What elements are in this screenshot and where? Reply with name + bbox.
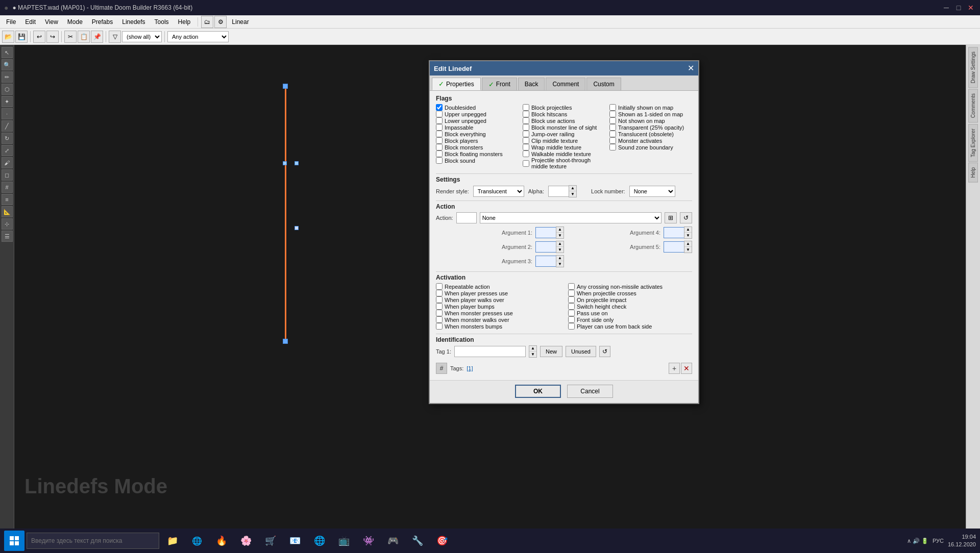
flag-proj-through-cb[interactable] [523, 160, 529, 167]
menu-view[interactable]: View [41, 17, 62, 27]
tab-custom[interactable]: Custom [586, 78, 621, 90]
flag-upper-unpegged-cb[interactable] [436, 111, 443, 117]
close-button[interactable]: ✕ [966, 3, 976, 13]
flag-block-floating-cb[interactable] [436, 150, 443, 157]
tag-target-button[interactable]: ↺ [599, 346, 610, 357]
act-pass-use-cb[interactable] [568, 310, 575, 316]
tag-remove-button[interactable]: ✕ [681, 363, 692, 374]
action-num-input[interactable]: 0 [456, 212, 477, 223]
tool-thing[interactable]: ✦ [2, 96, 13, 107]
flag-monster-activates-cb[interactable] [609, 137, 616, 144]
act-monsters-bump-cb[interactable] [436, 323, 443, 330]
tool-paint[interactable]: 🖌 [2, 157, 13, 168]
tool-extra[interactable]: ☰ [2, 231, 13, 242]
tool-cursor[interactable]: ↖ [2, 47, 13, 58]
arg5-up[interactable]: ▲ [684, 241, 692, 247]
tab-comment[interactable]: Comment [546, 78, 585, 90]
act-any-crossing-cb[interactable] [568, 283, 575, 290]
arg2-up[interactable]: ▲ [556, 241, 564, 247]
maximize-button[interactable]: □ [953, 3, 964, 13]
tag-add-button[interactable]: + [669, 363, 680, 374]
act-proj-impact-cb[interactable] [568, 296, 575, 303]
menu-tools[interactable]: Tools [151, 17, 173, 27]
tool-tag[interactable]: # [2, 182, 13, 193]
tag1-input[interactable]: 1 [454, 346, 526, 357]
taskbar-app-edge[interactable]: 🌐 [186, 531, 208, 551]
minimize-button[interactable]: ─ [941, 3, 951, 13]
arg2-down[interactable]: ▼ [556, 247, 564, 253]
dialog-close-button[interactable]: ✕ [688, 64, 694, 72]
menu-file[interactable]: File [2, 17, 20, 27]
flag-impassable-cb[interactable] [436, 124, 443, 131]
arg3-input[interactable]: 0 [535, 256, 556, 267]
flag-block-players-cb[interactable] [436, 137, 443, 144]
flag-doublesided-cb[interactable] [436, 104, 443, 111]
flag-jump-over-cb[interactable] [523, 131, 529, 137]
tb-save[interactable]: 💾 [15, 31, 28, 43]
flag-sound-zone-cb[interactable] [609, 144, 616, 150]
tag1-down[interactable]: ▼ [529, 351, 536, 357]
tool-sector[interactable]: ⬡ [2, 84, 13, 95]
alpha-down[interactable]: ▼ [569, 191, 576, 197]
menu-mode[interactable]: Mode [63, 17, 87, 27]
action-grid-button[interactable]: ⊞ [665, 212, 677, 223]
arg4-input[interactable]: 0 [664, 227, 684, 238]
flag-lower-unpegged-cb[interactable] [436, 117, 443, 124]
tag1-up[interactable]: ▲ [529, 346, 536, 351]
flag-block-monsters-cb[interactable] [436, 144, 443, 150]
act-player-back-cb[interactable] [568, 323, 575, 330]
tb-icon-2[interactable]: ⚙ [214, 16, 227, 28]
tool-linedef[interactable]: ╱ [2, 120, 13, 132]
tab-back[interactable]: Back [518, 78, 545, 90]
taskbar-app-explorer[interactable]: 📁 [161, 531, 184, 551]
taskbar-app-8[interactable]: 🎯 [431, 531, 453, 551]
alpha-input[interactable]: 1 [548, 186, 569, 197]
arg1-up[interactable]: ▲ [556, 227, 564, 233]
flag-clip-middle-cb[interactable] [523, 137, 529, 144]
tb-paste[interactable]: 📌 [91, 31, 103, 43]
tag-icon-button[interactable]: # [436, 363, 447, 374]
flag-block-everything-cb[interactable] [436, 131, 443, 137]
taskbar-app-6[interactable]: 🎮 [382, 531, 404, 551]
tool-measure[interactable]: 📐 [2, 206, 13, 217]
ok-button[interactable]: OK [515, 385, 561, 398]
taskbar-app-4[interactable]: 📧 [284, 531, 306, 551]
tb-redo[interactable]: ↪ [46, 31, 59, 43]
start-button[interactable] [4, 531, 24, 551]
side-tab-help[interactable]: Help [968, 163, 978, 183]
act-player-walk-cb[interactable] [436, 296, 443, 303]
tb-open[interactable]: 📂 [2, 31, 14, 43]
arg2-input[interactable]: 0 [535, 241, 556, 253]
flag-not-shown-cb[interactable] [609, 117, 616, 124]
tool-eraser[interactable]: ◻ [2, 169, 13, 181]
taskbar-app-doom[interactable]: 👾 [357, 531, 380, 551]
arg5-input[interactable]: 0 [664, 241, 684, 253]
act-monster-use-cb[interactable] [436, 310, 443, 316]
taskbar-app-5[interactable]: 📺 [333, 531, 355, 551]
side-tab-draw-settings[interactable]: Draw Settings [968, 47, 978, 88]
tb-icon-1[interactable]: 🗂 [201, 16, 213, 28]
arg3-up[interactable]: ▲ [556, 256, 564, 261]
arg1-down[interactable]: ▼ [556, 233, 564, 238]
arg3-down[interactable]: ▼ [556, 261, 564, 267]
tb-cut[interactable]: ✂ [64, 31, 77, 43]
menu-prefabs[interactable]: Prefabs [88, 17, 117, 27]
act-front-only-cb[interactable] [568, 316, 575, 323]
any-action-dropdown[interactable]: Any action [167, 31, 229, 42]
alpha-up[interactable]: ▲ [569, 186, 576, 191]
arg4-down[interactable]: ▼ [684, 233, 692, 238]
unused-button[interactable]: Unused [566, 346, 596, 357]
flag-transparent-cb[interactable] [609, 124, 616, 131]
cancel-button[interactable]: Cancel [567, 385, 613, 398]
tool-scale[interactable]: ⤢ [2, 145, 13, 156]
flag-block-use-actions-cb[interactable] [523, 117, 529, 124]
tool-align[interactable]: ≡ [2, 194, 13, 205]
tb-filter[interactable]: ▽ [109, 31, 121, 43]
tool-zoom[interactable]: 🔍 [2, 59, 13, 70]
flag-block-sound-cb[interactable] [436, 157, 443, 164]
act-player-bumps-cb[interactable] [436, 303, 443, 310]
arg1-input[interactable]: 0 [535, 227, 556, 238]
flag-walkable-middle-cb[interactable] [523, 150, 529, 157]
arg4-up[interactable]: ▲ [684, 227, 692, 233]
tab-front[interactable]: ✓ Front [482, 78, 517, 90]
